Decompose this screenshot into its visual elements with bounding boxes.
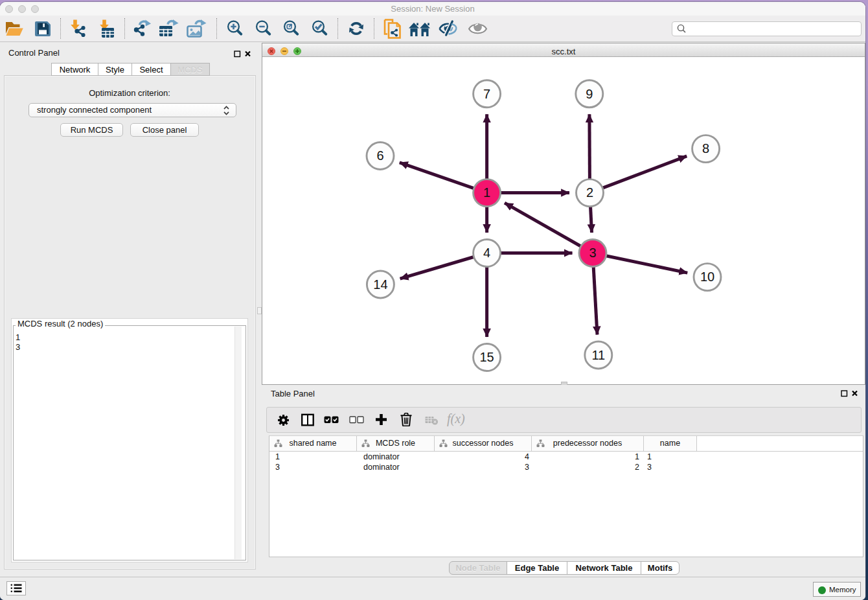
svg-text:2: 2: [586, 185, 593, 200]
svg-text:15: 15: [479, 350, 494, 364]
svg-text:9: 9: [586, 87, 593, 101]
svg-text:7: 7: [483, 87, 490, 101]
svg-text:1: 1: [483, 185, 490, 200]
svg-text:11: 11: [591, 348, 605, 362]
svg-text:3: 3: [589, 246, 596, 260]
svg-text:14: 14: [373, 277, 387, 292]
svg-text:6: 6: [376, 148, 383, 163]
svg-text:10: 10: [700, 270, 714, 284]
svg-text:4: 4: [483, 246, 490, 260]
svg-text:8: 8: [702, 141, 709, 156]
